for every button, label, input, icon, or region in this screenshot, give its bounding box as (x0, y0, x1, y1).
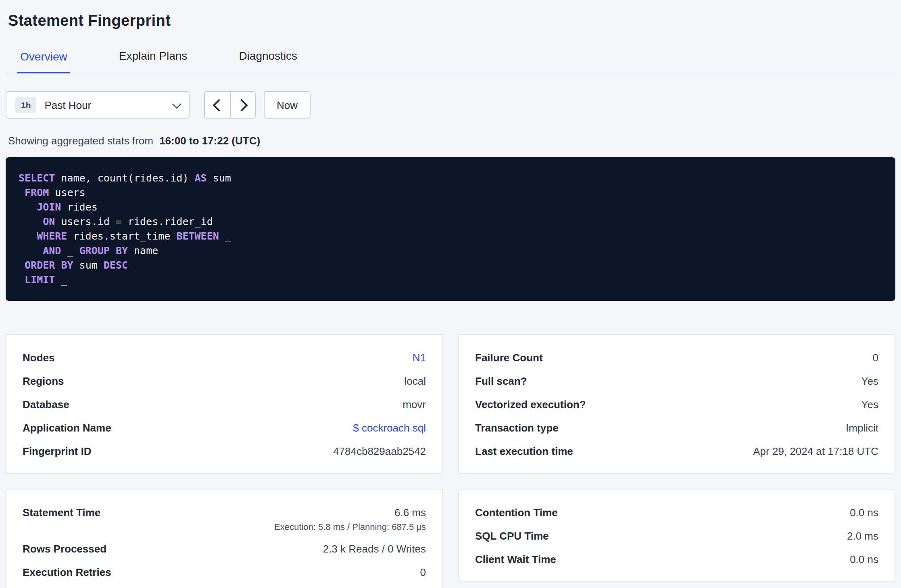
stat-label: Fingerprint ID (23, 445, 91, 457)
stat-row: Client Wait Time 0.0 ns (475, 548, 878, 571)
sql-line: SELECT name, count(rides.id) AS sum (19, 171, 882, 186)
overview-cards-row-2: Statement Time 6.6 ms Execution: 5.8 ms … (6, 489, 895, 588)
time-controls: 1h Past Hour Now (6, 91, 895, 119)
stat-label: Statement Time (23, 507, 100, 519)
stat-value: Implicit (846, 422, 878, 434)
stats-line-range: 16:00 to 17:22 (UTC) (159, 135, 260, 147)
statement-fingerprint-page: Statement Fingerprint Overview Explain P… (0, 0, 901, 588)
sql-line: AND _ GROUP BY name (19, 244, 882, 258)
stat-value-wrap: 2.3 k Reads / 0 Writes (323, 543, 426, 555)
previous-interval-button[interactable] (205, 92, 230, 118)
stat-value-wrap: $ cockroach sql (353, 422, 426, 434)
time-range-label: Past Hour (45, 99, 173, 111)
statement-details-card: Nodes N1 Regions local Database movr App… (6, 334, 443, 473)
stat-row: Transaction type Implicit (475, 416, 878, 440)
stat-value: Apr 29, 2024 at 17:18 UTC (753, 445, 878, 457)
stat-label: Failure Count (475, 352, 543, 364)
now-button[interactable]: Now (264, 91, 311, 119)
page-title: Statement Fingerprint (8, 12, 895, 30)
stat-value-wrap: 0 (420, 566, 426, 578)
stat-row: Nodes N1 (23, 346, 426, 369)
stat-row: Full scan? Yes (475, 369, 878, 393)
stat-row: Contention Time 0.0 ns (475, 501, 878, 524)
overview-cards-row-1: Nodes N1 Regions local Database movr App… (6, 334, 895, 473)
stat-label: Last execution time (475, 445, 573, 457)
sql-code: SELECT name, count(rides.id) AS sum FROM… (19, 171, 882, 287)
stat-label: Nodes (23, 352, 54, 364)
sql-line: FROM users (19, 186, 882, 200)
tab-bar: Overview Explain Plans Diagnostics (6, 43, 895, 73)
time-step-buttons (204, 91, 256, 119)
stats-line-prefix: Showing aggregated stats from (8, 135, 153, 147)
stat-value-wrap: Apr 29, 2024 at 17:18 UTC (753, 445, 878, 457)
sql-line: LIMIT _ (19, 273, 882, 287)
statement-timing-card: Statement Time 6.6 ms Execution: 5.8 ms … (6, 489, 443, 588)
stat-label: Client Wait Time (475, 553, 556, 565)
stat-value-wrap: 6.6 ms Execution: 5.8 ms / Planning: 687… (274, 507, 426, 532)
next-interval-button[interactable] (230, 92, 255, 118)
stat-value: 0 (873, 352, 878, 364)
stat-subvalue: Execution: 5.8 ms / Planning: 687.5 µs (274, 522, 426, 532)
stat-label: Regions (23, 375, 64, 387)
tab-diagnostics[interactable]: Diagnostics (236, 43, 300, 73)
sql-statement-box: SELECT name, count(rides.id) AS sum FROM… (6, 157, 895, 301)
stat-value: 2.0 ms (847, 530, 878, 542)
stat-value-wrap: Yes (861, 398, 878, 411)
stat-value: 0.0 ns (850, 507, 878, 519)
stat-value-wrap: 4784cb829aab2542 (333, 445, 426, 457)
stat-value-wrap: 0 (873, 352, 878, 364)
stat-row: SQL CPU Time 2.0 ms (475, 524, 878, 548)
stat-value-wrap: 0.0 ns (850, 553, 878, 565)
stat-row: Last execution time Apr 29, 2024 at 17:1… (475, 440, 878, 463)
stat-row: Regions local (23, 369, 426, 393)
stat-label: Vectorized execution? (475, 398, 586, 411)
stat-label: Rows Processed (23, 543, 106, 555)
stat-value-wrap: 0.0 ns (850, 507, 878, 519)
chevron-left-icon (212, 98, 225, 111)
stat-value: 2.3 k Reads / 0 Writes (323, 543, 426, 555)
tab-explain-plans[interactable]: Explain Plans (116, 43, 191, 73)
stat-value: movr (403, 398, 426, 411)
stat-row: Vectorized execution? Yes (475, 393, 878, 416)
time-range-dropdown[interactable]: 1h Past Hour (6, 91, 190, 119)
aggregated-stats-line: Showing aggregated stats from 16:00 to 1… (8, 135, 895, 147)
stat-row: Statement Time 6.6 ms Execution: 5.8 ms … (23, 501, 426, 537)
stat-label: Application Name (23, 422, 111, 434)
stat-label: Contention Time (475, 507, 558, 519)
stat-value-link[interactable]: N1 (413, 352, 426, 364)
statement-attributes-card: Failure Count 0 Full scan? Yes Vectorize… (458, 334, 895, 473)
stat-value: 0.0 ns (850, 553, 878, 565)
sql-line: WHERE rides.start_time BETWEEN _ (19, 229, 882, 244)
stat-value: Yes (861, 398, 878, 411)
stat-label: Execution Retries (23, 566, 111, 578)
stat-row: Execution Count 25 (23, 584, 426, 588)
stat-row: Rows Processed 2.3 k Reads / 0 Writes (23, 537, 426, 561)
stat-value-wrap: Implicit (846, 422, 878, 434)
stat-value-wrap: Yes (861, 375, 878, 387)
stat-value: 4784cb829aab2542 (333, 445, 426, 457)
stat-value: 6.6 ms (394, 507, 426, 519)
stat-value-wrap: movr (403, 398, 426, 411)
stat-value-link[interactable]: $ cockroach sql (353, 422, 426, 434)
statement-wait-card: Contention Time 0.0 ns SQL CPU Time 2.0 … (458, 489, 895, 582)
stat-label: Transaction type (475, 422, 559, 434)
chevron-down-icon (172, 99, 181, 108)
stat-row: Database movr (23, 393, 426, 416)
sql-line: ON users.id = rides.rider_id (19, 215, 882, 229)
tab-overview[interactable]: Overview (17, 44, 71, 73)
stat-row: Fingerprint ID 4784cb829aab2542 (23, 440, 426, 463)
stat-row: Execution Retries 0 (23, 561, 426, 584)
chevron-right-icon (235, 98, 248, 111)
stat-value-wrap: N1 (413, 352, 426, 364)
stat-value-wrap: 2.0 ms (847, 530, 878, 542)
sql-line: ORDER BY sum DESC (19, 258, 882, 273)
stat-value: Yes (861, 375, 878, 387)
stat-value: local (405, 375, 426, 387)
stat-value-wrap: local (405, 375, 426, 387)
stat-label: SQL CPU Time (475, 530, 549, 542)
stat-row: Failure Count 0 (475, 346, 878, 369)
time-range-badge: 1h (15, 97, 37, 113)
stat-label: Database (23, 398, 69, 411)
stat-label: Full scan? (475, 375, 527, 387)
stat-row: Application Name $ cockroach sql (23, 416, 426, 440)
